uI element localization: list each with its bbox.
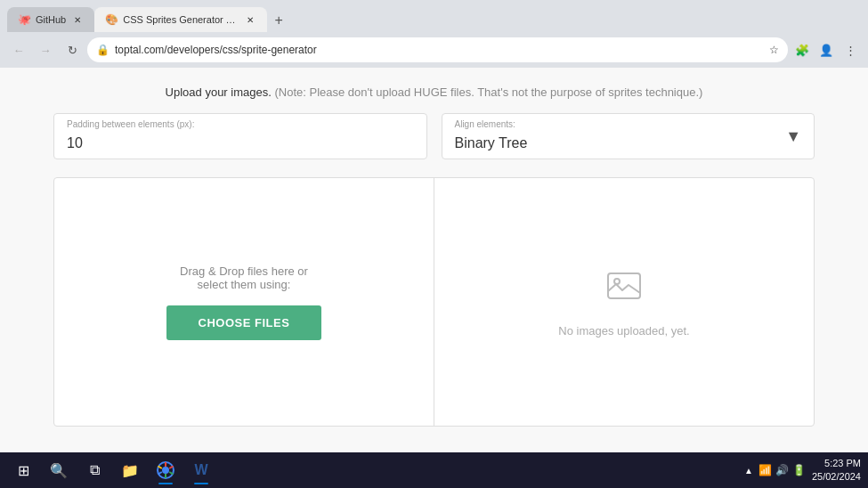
task-view-icon: ⧉ xyxy=(90,462,100,478)
panels-container: Drag & Drop files here or select them us… xyxy=(53,177,815,427)
back-button[interactable]: ← xyxy=(7,38,30,61)
tray-wifi-icon: 📶 xyxy=(758,463,773,477)
lock-icon: 🔒 xyxy=(96,44,110,56)
padding-label: Padding between elements (px): xyxy=(67,119,194,129)
drop-text: Drag & Drop files here or select them us… xyxy=(180,264,308,291)
taskbar-file-explorer[interactable]: 📁 xyxy=(114,454,146,486)
file-explorer-icon: 📁 xyxy=(121,462,139,479)
padding-value: 10 xyxy=(67,135,414,151)
chrome-icon xyxy=(157,461,174,479)
taskbar: ⊞ 🔍 ⧉ 📁 W ▲ xyxy=(0,452,868,488)
search-button[interactable]: 🔍 xyxy=(43,454,75,486)
padding-setting[interactable]: Padding between elements (px): 10 xyxy=(53,113,427,159)
extensions-icon[interactable]: 🧩 xyxy=(791,39,813,61)
upload-note: Upload your images. (Note: Please don't … xyxy=(53,85,815,99)
tray-up-icon[interactable]: ▲ xyxy=(742,463,756,477)
taskbar-word[interactable]: W xyxy=(185,454,217,486)
svg-point-1 xyxy=(614,279,620,284)
svg-point-3 xyxy=(162,467,169,474)
tab-css-sprites-close[interactable]: ✕ xyxy=(244,13,256,26)
task-view-button[interactable]: ⧉ xyxy=(78,454,110,486)
taskbar-date-value: 25/02/2024 xyxy=(812,470,861,484)
github-favicon: 🐙 xyxy=(18,13,30,26)
toolbar-icons: 🧩 👤 ⋮ xyxy=(791,39,861,61)
tray-battery-icon: 🔋 xyxy=(792,463,807,477)
tab-github[interactable]: 🐙 GitHub ✕ xyxy=(7,7,94,32)
address-text: toptal.com/developers/css/sprite-generat… xyxy=(115,44,764,56)
start-icon: ⊞ xyxy=(18,462,29,479)
settings-row: Padding between elements (px): 10 Align … xyxy=(53,113,815,159)
forward-button[interactable]: → xyxy=(34,38,57,61)
drop-text-line2: select them using: xyxy=(198,278,291,291)
no-images-icon xyxy=(604,266,644,313)
tab-css-sprites-title: CSS Sprites Generator Tool | To... xyxy=(123,14,239,25)
browser-chrome: 🐙 GitHub ✕ 🎨 CSS Sprites Generator Tool … xyxy=(0,0,868,68)
taskbar-clock[interactable]: 5:23 PM 25/02/2024 xyxy=(812,457,861,484)
address-bar-row: ← → ↻ 🔒 toptal.com/developers/css/sprite… xyxy=(0,32,868,68)
css-sprites-favicon: 🎨 xyxy=(105,13,118,26)
page-content: Upload your images. (Note: Please don't … xyxy=(0,68,868,452)
tab-github-close[interactable]: ✕ xyxy=(71,13,84,26)
upload-panel: Drag & Drop files here or select them us… xyxy=(54,178,434,426)
profile-icon[interactable]: 👤 xyxy=(815,39,837,61)
taskbar-chrome[interactable] xyxy=(150,454,182,486)
align-label: Align elements: xyxy=(455,119,515,129)
taskbar-time-value: 5:23 PM xyxy=(812,457,861,470)
choose-files-button[interactable]: CHOOSE FILES xyxy=(166,305,322,340)
reload-button[interactable]: ↻ xyxy=(61,38,84,61)
new-tab-button[interactable]: + xyxy=(267,9,290,32)
align-setting[interactable]: Align elements: Binary Tree ▼ xyxy=(442,113,815,159)
align-content: Align elements: Binary Tree xyxy=(455,121,786,151)
search-icon: 🔍 xyxy=(50,462,68,479)
tray-volume-icon: 🔊 xyxy=(775,463,790,477)
menu-icon[interactable]: ⋮ xyxy=(840,39,861,61)
no-images-text: No images uploaded, yet. xyxy=(558,324,689,338)
align-value: Binary Tree xyxy=(455,135,786,151)
dropdown-icon: ▼ xyxy=(785,127,801,146)
start-button[interactable]: ⊞ xyxy=(7,454,39,486)
taskbar-right: ▲ 📶 🔊 🔋 5:23 PM 25/02/2024 xyxy=(742,457,861,484)
preview-panel: No images uploaded, yet. xyxy=(434,178,814,426)
tab-css-sprites[interactable]: 🎨 CSS Sprites Generator Tool | To... ✕ xyxy=(94,7,267,32)
taskbar-left: ⊞ 🔍 ⧉ 📁 W xyxy=(7,454,217,486)
tab-bar: 🐙 GitHub ✕ 🎨 CSS Sprites Generator Tool … xyxy=(0,0,868,32)
word-icon: W xyxy=(194,462,207,478)
tab-github-title: GitHub xyxy=(36,14,66,25)
system-tray: ▲ 📶 🔊 🔋 xyxy=(742,463,807,477)
upload-note-secondary: (Note: Please don't upload HUGE files. T… xyxy=(274,85,702,99)
star-icon[interactable]: ☆ xyxy=(769,44,779,56)
address-bar[interactable]: 🔒 toptal.com/developers/css/sprite-gener… xyxy=(87,37,788,62)
drop-text-line1: Drag & Drop files here or xyxy=(180,264,308,278)
upload-note-main: Upload your images. xyxy=(166,85,272,99)
